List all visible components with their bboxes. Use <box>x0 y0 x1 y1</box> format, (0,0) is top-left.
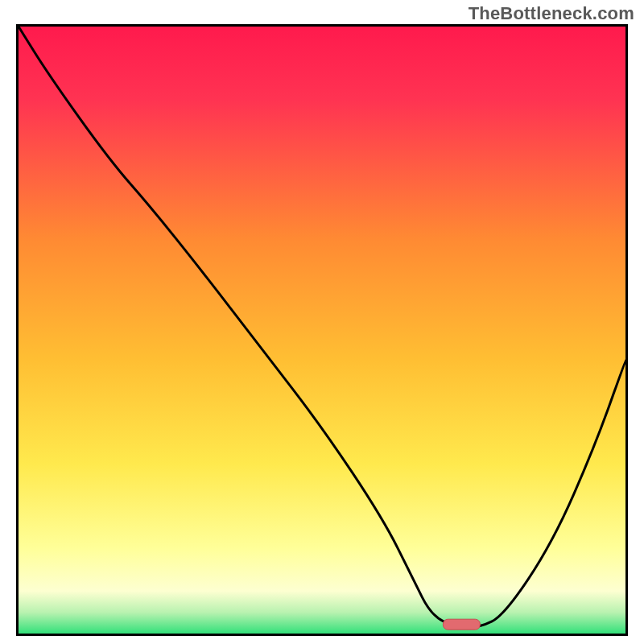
chart-svg <box>19 27 625 634</box>
chart-frame <box>16 24 628 636</box>
watermark-text: TheBottleneck.com <box>469 3 634 24</box>
chart-background <box>19 27 625 634</box>
optimum-marker <box>443 619 480 630</box>
